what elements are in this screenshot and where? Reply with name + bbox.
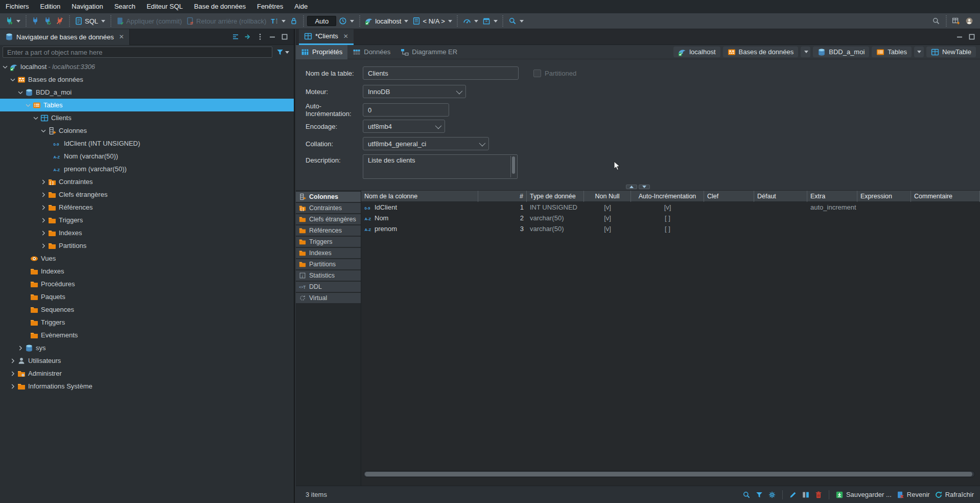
plug-sync-button[interactable] xyxy=(42,16,53,26)
cell-auto_increment[interactable]: [ ] xyxy=(631,223,704,234)
collation-select[interactable]: utf8mb4_general_ci xyxy=(363,137,489,150)
tree-item-clients[interactable]: Clients xyxy=(0,111,294,124)
breadcrumb-caret[interactable] xyxy=(914,47,924,57)
collapse-down-button[interactable] xyxy=(639,185,650,189)
collapse-tree-button[interactable] xyxy=(231,33,240,41)
column-header-comment[interactable]: Commentaire xyxy=(911,191,980,202)
chevron-collapsed-icon[interactable] xyxy=(40,191,47,198)
section-tab-triggers[interactable]: Triggers xyxy=(296,237,361,247)
close-icon[interactable]: ✕ xyxy=(343,33,348,40)
breadcrumb-bdd-a-moi[interactable]: BDD_a_moi xyxy=(813,47,869,57)
cell-num[interactable]: 1 xyxy=(478,202,527,213)
menu-edition[interactable]: Edition xyxy=(35,0,66,13)
cell-default[interactable] xyxy=(754,223,807,234)
tree-item-ev-nements[interactable]: Evènements xyxy=(0,329,294,341)
tree-item-partitions[interactable]: Partitions xyxy=(0,239,294,252)
trash-button[interactable] xyxy=(814,491,823,499)
columns-pair-button[interactable] xyxy=(802,491,810,499)
tree-item-triggers[interactable]: Triggers xyxy=(0,214,294,226)
section-tab-indexes[interactable]: Indexes xyxy=(296,248,361,258)
tree-item-utilisateurs[interactable]: Utilisateurs xyxy=(0,354,294,367)
section-tab-partitions[interactable]: Partitions xyxy=(296,259,361,269)
chevron-expanded-icon[interactable] xyxy=(25,102,32,109)
menu-editeur-sql[interactable]: Editeur SQL xyxy=(141,0,189,13)
cell-auto_increment[interactable]: [ ] xyxy=(631,213,704,223)
dropdown-caret-icon[interactable] xyxy=(282,20,286,22)
cell-type[interactable]: varchar(50) xyxy=(527,223,584,234)
cell-expression[interactable] xyxy=(857,213,911,223)
gauge-button[interactable] xyxy=(461,16,480,26)
cell-comment[interactable] xyxy=(911,223,980,234)
cell-type[interactable]: varchar(50) xyxy=(527,213,584,223)
tab-clients[interactable]: *Clients ✕ xyxy=(299,29,354,45)
section-tab-r-f-rences[interactable]: Références xyxy=(296,225,361,236)
column-header-type[interactable]: Type de donnée xyxy=(527,191,584,202)
tree-item-bases-de-donn-es[interactable]: Bases de données xyxy=(0,73,294,86)
collapse-up-button[interactable] xyxy=(626,185,637,189)
panel-search-button[interactable] xyxy=(742,491,751,499)
description-field[interactable]: Liste des clients xyxy=(363,154,518,179)
tree-item-vues[interactable]: Vues xyxy=(0,252,294,265)
section-tab-statistics[interactable]: iStatistics xyxy=(296,270,361,281)
chevron-collapsed-icon[interactable] xyxy=(9,370,16,377)
clock-button[interactable] xyxy=(337,16,356,26)
tree-item-prenom-varchar-50-[interactable]: A-Zprenom (varchar(50)) xyxy=(0,163,294,175)
cell-default[interactable] xyxy=(754,202,807,213)
chevron-expanded-icon[interactable] xyxy=(32,115,39,122)
search-pin-button[interactable] xyxy=(507,16,525,26)
chevron-expanded-icon[interactable] xyxy=(17,89,24,96)
save-button[interactable]: Sauvegarder ... xyxy=(835,491,892,499)
column-header-name[interactable]: Nom de la colonne xyxy=(361,191,478,202)
column-header-auto_increment[interactable]: Auto-Incrémentation xyxy=(631,191,704,202)
plug-off-button[interactable] xyxy=(54,16,65,26)
chevron-collapsed-icon[interactable] xyxy=(17,345,24,352)
chevron-expanded-icon[interactable] xyxy=(9,76,16,83)
cell-not_null[interactable]: [v] xyxy=(584,213,631,223)
maximize-button[interactable] xyxy=(281,33,289,41)
dropdown-caret-icon[interactable] xyxy=(494,20,498,22)
chevron-expanded-icon[interactable] xyxy=(2,63,9,71)
object-filter-input[interactable] xyxy=(3,47,272,58)
tree-item-paquets[interactable]: Paquets xyxy=(0,290,294,303)
navigator-tab[interactable]: Navigateur de bases de données ✕ xyxy=(0,29,130,45)
breadcrumb-localhost[interactable]: localhost xyxy=(673,47,720,57)
tree-item-triggers[interactable]: Triggers xyxy=(0,316,294,329)
tree-item-nom-varchar-50-[interactable]: A-ZNom (varchar(50)) xyxy=(0,150,294,163)
section-tab-contraintes[interactable]: [ ]Contraintes xyxy=(296,203,361,213)
breadcrumb-bases-de-donn-es[interactable]: Bases de données xyxy=(723,47,799,57)
table-add-button[interactable] xyxy=(950,16,962,26)
chevron-collapsed-icon[interactable] xyxy=(40,217,47,224)
cell-type[interactable]: INT UNSIGNED xyxy=(527,202,584,213)
tree-item-bdd-a-moi[interactable]: BDD_a_moi xyxy=(0,86,294,99)
tree-item-r-f-rences[interactable]: Références xyxy=(0,201,294,214)
cell-auto_increment[interactable]: [v] xyxy=(631,202,704,213)
cell-default[interactable] xyxy=(754,213,807,223)
chevron-expanded-icon[interactable] xyxy=(40,127,47,134)
scrollbar[interactable] xyxy=(510,156,516,177)
menu-base-de-donn-es[interactable]: Base de données xyxy=(189,0,251,13)
dropdown-caret-icon[interactable] xyxy=(101,20,105,22)
menu-fichiers[interactable]: Fichiers xyxy=(0,0,35,13)
chevron-collapsed-icon[interactable] xyxy=(40,204,47,211)
breadcrumb-caret[interactable] xyxy=(801,47,810,57)
view-menu-button[interactable] xyxy=(256,33,264,41)
column-header-default[interactable]: Défaut xyxy=(754,191,807,202)
table-name-field[interactable] xyxy=(363,66,519,80)
panel-sash[interactable] xyxy=(296,183,980,190)
column-header-key[interactable]: Clef xyxy=(704,191,754,202)
breadcrumb-tables[interactable]: Tables xyxy=(872,47,912,57)
cell-num[interactable]: 2 xyxy=(478,213,527,223)
cell-key[interactable] xyxy=(704,202,754,213)
cell-extra[interactable] xyxy=(807,213,857,223)
section-tab-ddl[interactable]: <>TDDL xyxy=(296,282,361,292)
column-row-idclient[interactable]: 0-9IdClient1INT UNSIGNED[v][v]auto_incre… xyxy=(361,202,980,213)
column-row-nom[interactable]: A-ZNom2varchar(50)[v][ ] xyxy=(361,213,980,223)
cell-name[interactable]: 0-9IdClient xyxy=(361,202,478,213)
tree-item-informations-syst-me[interactable]: Informations Système xyxy=(0,380,294,393)
tree-item-sys[interactable]: sys xyxy=(0,341,294,354)
dropdown-caret-icon[interactable] xyxy=(350,20,354,22)
cell-num[interactable]: 3 xyxy=(478,223,527,234)
txn-filter-button[interactable]: T xyxy=(269,16,287,26)
column-header-extra[interactable]: Extra xyxy=(807,191,857,202)
cell-extra[interactable]: auto_increment xyxy=(807,202,857,213)
